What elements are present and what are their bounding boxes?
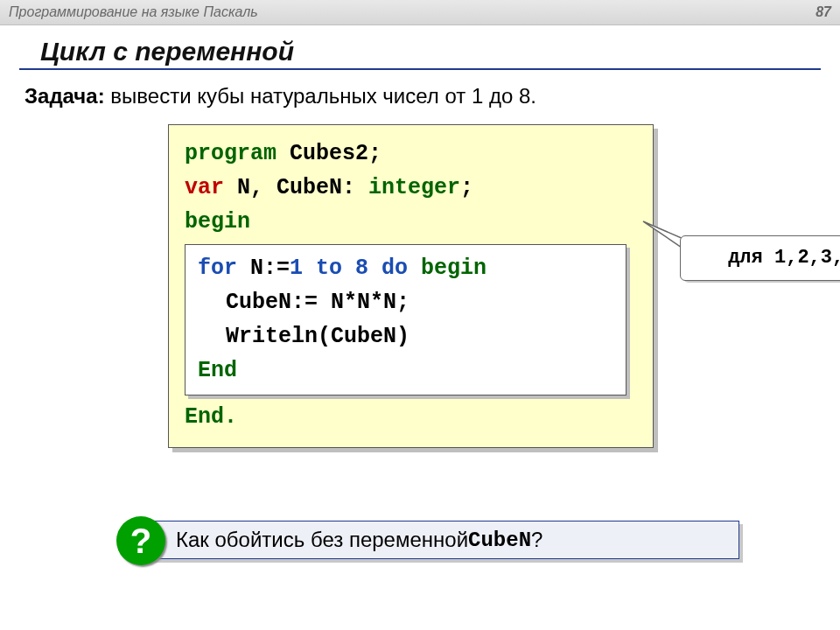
- kw-end-inner: End: [198, 358, 237, 383]
- kw-to: to: [303, 256, 355, 281]
- callout-body: для 1,2,3,…,8: [680, 235, 840, 281]
- question-mono: CubeN: [468, 528, 531, 552]
- code-inner-line-3: Writeln(CubeN): [198, 320, 615, 354]
- code-line-3: begin: [185, 206, 637, 240]
- question-text-a: Как обойтись без переменной: [176, 528, 468, 552]
- callout-text: для 1,2,3,…,8: [728, 243, 840, 273]
- code-inner-line-1: for N:=1 to 8 do begin: [198, 252, 615, 286]
- kw-end: End.: [185, 404, 237, 430]
- num-8: 8: [355, 256, 368, 281]
- code-block: program Cubes2; var N, CubeN: integer; b…: [168, 124, 654, 448]
- slide-body: Цикл с переменной Задача: вывести кубы н…: [0, 26, 840, 630]
- slide-title: Цикл с переменной: [19, 37, 821, 66]
- slide: Программирование на языке Паскаль 87 Цик…: [0, 0, 840, 630]
- task-text: Задача: вывести кубы натуральных чисел о…: [19, 84, 821, 108]
- kw-program: program: [185, 141, 276, 166]
- question-bar: ? Как обойтись без переменной CubeN ?: [140, 521, 739, 559]
- code-inner-line-4: End: [198, 354, 615, 388]
- code-line-1: program Cubes2;: [185, 137, 637, 172]
- code-inner-block: for N:=1 to 8 do begin CubeN:= N*N*N; Wr…: [185, 244, 626, 396]
- title-underline: Цикл с переменной: [19, 37, 821, 70]
- n-assign: N:=: [237, 256, 290, 281]
- ident-cubes2: Cubes2;: [276, 141, 382, 166]
- callout: для 1,2,3,…,8: [680, 235, 840, 281]
- code-inner-line-2: CubeN:= N*N*N;: [198, 286, 615, 320]
- question-block: ? Как обойтись без переменной CubeN ?: [140, 521, 752, 559]
- kw-integer: integer: [368, 175, 460, 200]
- question-mark-icon: ?: [116, 516, 165, 565]
- task-body: вывести кубы натуральных чисел от 1 до 8…: [105, 84, 536, 108]
- question-text-b: ?: [531, 528, 542, 552]
- kw-do: do: [368, 256, 421, 281]
- page-number: 87: [816, 4, 831, 20]
- code-line-2: var N, CubeN: integer;: [185, 172, 637, 206]
- num-1: 1: [290, 256, 303, 281]
- code-inner: for N:=1 to 8 do begin CubeN:= N*N*N; Wr…: [185, 244, 626, 396]
- code-line-end: End.: [185, 401, 637, 435]
- kw-for: for: [198, 256, 237, 281]
- task-label: Задача:: [24, 84, 105, 108]
- code-outer: program Cubes2; var N, CubeN: integer; b…: [168, 124, 654, 448]
- var-list: N, CubeN:: [224, 175, 368, 200]
- header-bar: Программирование на языке Паскаль 87: [0, 0, 840, 25]
- kw-begin-inner: begin: [421, 256, 486, 281]
- kw-begin: begin: [185, 209, 250, 234]
- subject-title: Программирование на языке Паскаль: [9, 4, 258, 20]
- kw-var: var: [185, 175, 224, 200]
- semicolon: ;: [460, 175, 473, 200]
